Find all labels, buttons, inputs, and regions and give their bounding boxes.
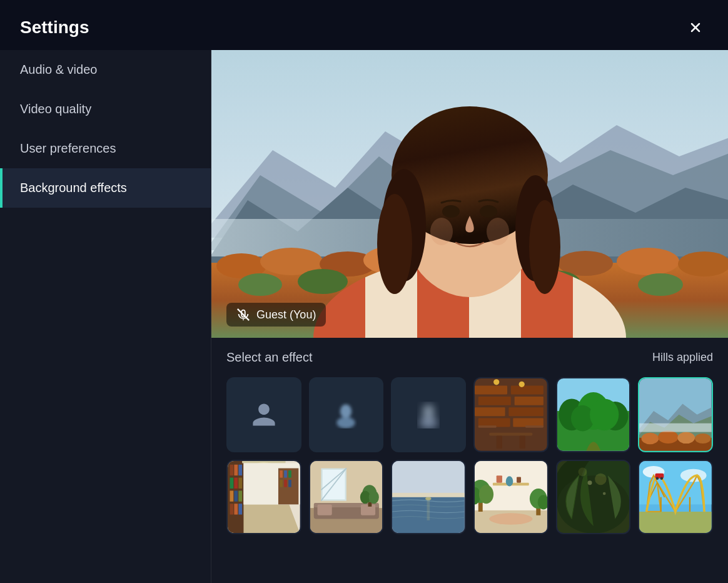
svg-point-27 — [377, 194, 412, 294]
palms-thumbnail — [557, 461, 630, 534]
svg-point-109 — [360, 490, 370, 504]
svg-rect-78 — [234, 477, 238, 488]
svg-point-136 — [595, 473, 607, 485]
svg-rect-116 — [427, 499, 430, 520]
svg-point-139 — [603, 492, 606, 495]
svg-rect-81 — [234, 490, 238, 501]
svg-point-29 — [529, 200, 560, 294]
effect-palms[interactable] — [556, 460, 631, 535]
svg-rect-83 — [230, 504, 233, 514]
svg-rect-105 — [317, 504, 331, 515]
svg-point-66 — [642, 433, 659, 445]
effects-grid — [226, 377, 713, 534]
guest-name-label: Guest (You) — [256, 308, 316, 322]
svg-rect-70 — [639, 423, 712, 432]
mic-off-icon — [236, 308, 250, 322]
svg-point-48 — [493, 379, 499, 385]
svg-rect-84 — [234, 504, 238, 514]
blur-light-icon — [332, 401, 360, 428]
sidebar-item-video-quality[interactable]: Video quality — [0, 89, 211, 129]
svg-point-30 — [442, 205, 460, 218]
effect-forest[interactable] — [556, 377, 631, 452]
svg-rect-42 — [478, 397, 511, 405]
svg-rect-77 — [230, 477, 233, 488]
effect-blur-light[interactable] — [309, 377, 384, 452]
svg-point-137 — [578, 467, 587, 476]
svg-rect-112 — [392, 461, 465, 497]
svg-point-110 — [368, 490, 378, 504]
video-background: Guest (You) — [211, 50, 728, 338]
modern-thumbnail — [310, 461, 383, 534]
svg-point-138 — [587, 480, 592, 485]
svg-rect-94 — [284, 480, 287, 487]
effect-hills[interactable] — [638, 377, 713, 452]
svg-rect-76 — [238, 464, 242, 475]
video-label-bar: Guest (You) — [226, 303, 326, 327]
cafe-thumbnail — [475, 378, 547, 451]
sidebar: Audio & video Video quality User prefere… — [0, 50, 211, 583]
svg-rect-82 — [238, 490, 242, 501]
svg-rect-45 — [508, 407, 543, 416]
library-thumbnail — [228, 461, 300, 534]
svg-point-35 — [340, 404, 351, 418]
rollercoaster-thumbnail — [639, 461, 712, 534]
sidebar-item-background-effects[interactable]: Background effects — [0, 168, 211, 208]
effects-title: Select an effect — [226, 350, 313, 365]
background-scene — [211, 50, 728, 338]
plants-thumbnail — [475, 461, 547, 534]
effect-ocean[interactable] — [391, 460, 466, 535]
svg-rect-80 — [230, 490, 233, 501]
svg-rect-41 — [511, 386, 543, 395]
svg-point-49 — [519, 382, 525, 387]
ocean-thumbnail — [392, 461, 465, 534]
svg-point-32 — [430, 218, 453, 245]
svg-rect-75 — [234, 464, 238, 475]
svg-point-67 — [658, 430, 678, 444]
effect-plants-room[interactable] — [473, 460, 549, 535]
person-icon — [250, 401, 278, 428]
svg-point-61 — [590, 398, 619, 430]
svg-rect-44 — [475, 407, 505, 416]
applied-effect-label: Hills applied — [652, 351, 713, 364]
svg-point-36 — [337, 417, 355, 428]
svg-rect-106 — [361, 504, 375, 515]
effect-library[interactable] — [226, 460, 301, 535]
close-button[interactable] — [683, 15, 708, 40]
svg-rect-52 — [520, 435, 525, 449]
svg-point-126 — [506, 476, 513, 486]
svg-rect-40 — [475, 386, 507, 395]
svg-point-31 — [480, 205, 497, 218]
hills-thumbnail — [639, 378, 712, 451]
svg-rect-127 — [517, 477, 521, 482]
settings-modal: Settings Audio & video Video quality Use… — [0, 0, 728, 583]
main-content: Guest (You) Select an effect Hills appli… — [211, 50, 728, 583]
svg-rect-51 — [497, 435, 502, 449]
effect-blur-heavy[interactable] — [391, 377, 466, 452]
modal-header: Settings — [0, 0, 728, 50]
blur-heavy-icon — [415, 401, 442, 428]
svg-rect-93 — [280, 480, 283, 487]
svg-point-38 — [419, 417, 437, 428]
effect-cafe[interactable] — [473, 377, 549, 452]
svg-rect-91 — [284, 470, 287, 478]
svg-rect-50 — [489, 433, 532, 436]
svg-rect-95 — [288, 480, 291, 487]
effect-rollercoaster[interactable] — [638, 460, 713, 535]
effect-modern-room[interactable] — [309, 460, 384, 535]
svg-rect-74 — [230, 464, 233, 475]
svg-point-151 — [656, 477, 659, 480]
svg-point-37 — [423, 404, 434, 418]
svg-point-17 — [238, 273, 282, 296]
effects-header: Select an effect Hills applied — [226, 350, 713, 365]
svg-point-131 — [489, 513, 532, 525]
sidebar-item-audio-video[interactable]: Audio & video — [0, 50, 211, 89]
svg-point-68 — [678, 432, 695, 444]
svg-point-123 — [479, 485, 493, 504]
effect-none[interactable] — [226, 377, 301, 452]
video-preview: Guest (You) — [211, 50, 728, 338]
sidebar-item-user-preferences[interactable]: User preferences — [0, 129, 211, 168]
svg-rect-43 — [515, 397, 543, 405]
modal-title: Settings — [20, 18, 89, 38]
forest-thumbnail — [557, 378, 630, 451]
svg-point-18 — [298, 269, 348, 294]
